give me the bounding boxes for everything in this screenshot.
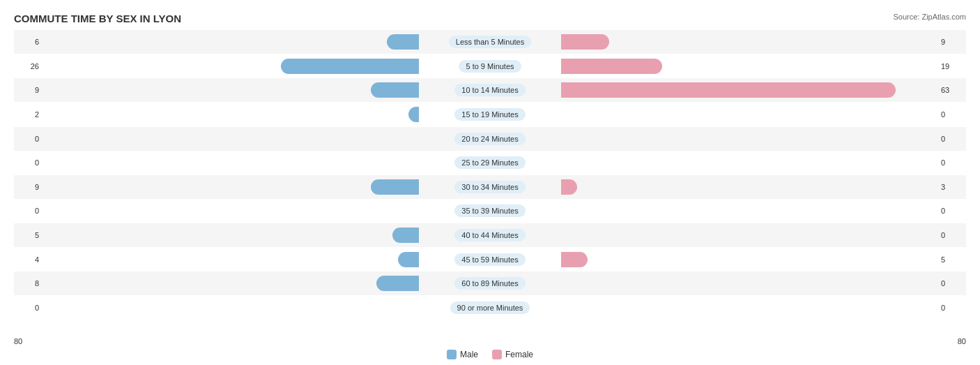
female-value-5: 0 (938, 158, 966, 167)
male-bar-10 (376, 276, 419, 291)
axis-left-label: 80 (14, 337, 22, 345)
female-bar-container-11 (560, 300, 938, 315)
female-bar-container-9 (560, 252, 938, 267)
bars-area-0: Less than 5 Minutes (42, 30, 938, 54)
female-bar-container-6 (560, 179, 938, 195)
chart-row: 5 40 to 44 Minutes 0 (14, 223, 966, 247)
bars-area-6: 30 to 34 Minutes (42, 175, 938, 199)
female-value-10: 0 (938, 279, 966, 288)
male-bar-container-11 (42, 300, 420, 315)
male-bar-container-10 (42, 276, 420, 291)
male-bar-0 (387, 34, 419, 50)
female-bar-container-4 (560, 131, 938, 147)
center-label-7: 35 to 39 Minutes (420, 207, 560, 215)
chart-container: COMMUTE TIME BY SEX IN LYON Source: ZipA… (0, 0, 980, 365)
male-value-9: 4 (14, 255, 42, 264)
male-bar-container-8 (42, 228, 420, 243)
male-bar-6 (371, 179, 419, 195)
female-bar-1 (561, 59, 662, 74)
chart-row: 0 35 to 39 Minutes 0 (14, 199, 966, 223)
female-bar-container-10 (560, 276, 938, 291)
chart-row: 0 90 or more Minutes 0 (14, 296, 966, 320)
bars-area-3: 15 to 19 Minutes (42, 103, 938, 126)
male-value-3: 2 (14, 110, 42, 119)
row-label-5: 25 to 29 Minutes (454, 156, 525, 169)
male-value-2: 9 (14, 86, 42, 94)
center-label-3: 15 to 19 Minutes (420, 110, 560, 119)
female-value-4: 0 (938, 135, 966, 143)
row-label-2: 10 to 14 Minutes (454, 84, 525, 96)
row-label-9: 45 to 59 Minutes (454, 253, 525, 266)
female-value-0: 9 (938, 38, 966, 46)
male-value-6: 9 (14, 183, 42, 191)
male-value-5: 0 (14, 158, 42, 167)
row-label-1: 5 to 9 Minutes (459, 60, 521, 73)
female-bar-6 (561, 179, 577, 195)
female-bar-2 (561, 82, 896, 98)
center-label-4: 20 to 24 Minutes (420, 135, 560, 143)
female-value-2: 63 (938, 86, 966, 94)
center-label-11: 90 or more Minutes (420, 304, 560, 312)
row-label-3: 15 to 19 Minutes (454, 108, 525, 121)
row-label-4: 20 to 24 Minutes (454, 133, 525, 145)
chart-row: 9 30 to 34 Minutes 3 (14, 175, 966, 199)
male-bar-container-3 (42, 107, 420, 122)
center-label-1: 5 to 9 Minutes (420, 62, 560, 70)
male-value-10: 8 (14, 279, 42, 288)
male-bar-3 (408, 107, 419, 122)
male-bar-container-6 (42, 179, 420, 195)
chart-row: 9 10 to 14 Minutes 63 (14, 78, 966, 102)
row-label-0: Less than 5 Minutes (449, 36, 531, 48)
female-bar-container-7 (560, 203, 938, 218)
female-value-3: 0 (938, 110, 966, 119)
row-label-10: 60 to 89 Minutes (454, 277, 525, 290)
male-value-1: 26 (14, 62, 42, 70)
female-value-9: 5 (938, 255, 966, 264)
female-bar-container-5 (560, 155, 938, 170)
male-bar-8 (392, 228, 419, 243)
chart-row: 0 20 to 24 Minutes 0 (14, 127, 966, 151)
male-bar-2 (371, 82, 419, 98)
male-bar-container-2 (42, 82, 420, 98)
female-value-6: 3 (938, 183, 966, 191)
bars-area-5: 25 to 29 Minutes (42, 151, 938, 174)
bars-area-1: 5 to 9 Minutes (42, 54, 938, 78)
center-label-5: 25 to 29 Minutes (420, 158, 560, 167)
row-label-6: 30 to 34 Minutes (454, 181, 525, 193)
female-value-8: 0 (938, 231, 966, 239)
male-bar-container-4 (42, 131, 420, 147)
legend-male: Male (447, 350, 478, 359)
legend-female: Female (492, 350, 533, 359)
center-label-10: 60 to 89 Minutes (420, 279, 560, 288)
chart-row: 6 Less than 5 Minutes 9 (14, 30, 966, 54)
female-bar-9 (561, 252, 588, 267)
male-bar-9 (398, 252, 419, 267)
center-label-0: Less than 5 Minutes (420, 38, 560, 46)
male-value-4: 0 (14, 135, 42, 143)
male-bar-container-0 (42, 34, 420, 50)
row-label-11: 90 or more Minutes (450, 301, 530, 314)
male-bar-container-1 (42, 59, 420, 74)
male-value-8: 5 (14, 231, 42, 239)
source-label: Source: ZipAtlas.com (893, 13, 966, 21)
chart-title: COMMUTE TIME BY SEX IN LYON (14, 13, 966, 24)
row-label-8: 40 to 44 Minutes (454, 229, 525, 241)
chart-row: 2 15 to 19 Minutes 0 (14, 103, 966, 126)
female-value-1: 19 (938, 62, 966, 70)
bars-area-9: 45 to 59 Minutes (42, 248, 938, 271)
male-swatch (447, 350, 457, 359)
female-value-11: 0 (938, 304, 966, 312)
chart-row: 8 60 to 89 Minutes 0 (14, 271, 966, 295)
male-label: Male (460, 350, 478, 359)
bars-area-8: 40 to 44 Minutes (42, 223, 938, 247)
male-value-0: 6 (14, 38, 42, 46)
male-value-7: 0 (14, 207, 42, 215)
center-label-2: 10 to 14 Minutes (420, 86, 560, 94)
bars-area-4: 20 to 24 Minutes (42, 127, 938, 151)
female-swatch (492, 350, 502, 359)
chart-area: 6 Less than 5 Minutes 9 26 5 to 9 Minute… (14, 30, 966, 320)
male-bar-container-9 (42, 252, 420, 267)
chart-row: 26 5 to 9 Minutes 19 (14, 54, 966, 78)
bars-area-10: 60 to 89 Minutes (42, 271, 938, 295)
center-label-6: 30 to 34 Minutes (420, 183, 560, 191)
